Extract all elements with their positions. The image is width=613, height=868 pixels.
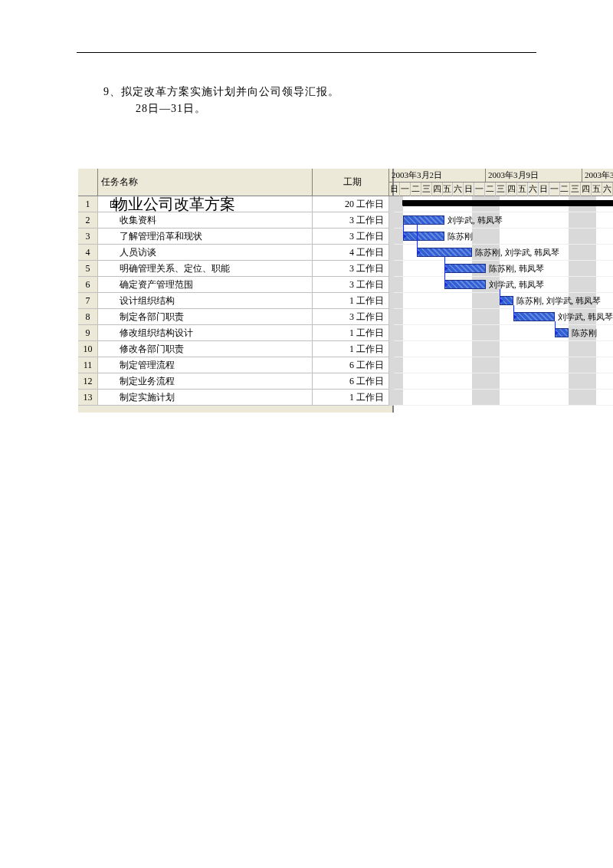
day-header[interactable]: 三 <box>496 182 506 196</box>
timeline-row[interactable]: 刘学武, 韩凤琴 <box>394 309 613 325</box>
task-name-cell[interactable]: 了解管理沿革和现状 <box>98 229 313 244</box>
day-header[interactable]: 二 <box>485 182 496 196</box>
day-header[interactable]: 日 <box>464 182 474 196</box>
timeline-row[interactable] <box>394 390 613 406</box>
duration-cell[interactable]: 4 工作日 <box>313 245 389 260</box>
duration-cell[interactable]: 3 工作日 <box>313 229 389 244</box>
timeline-row[interactable]: 陈苏刚, 刘学武, 韩凤琴 <box>394 245 613 261</box>
header-task-name[interactable]: 任务名称 <box>98 169 313 196</box>
task-name-cell[interactable]: 确定资产管理范围 <box>98 277 313 292</box>
task-bar[interactable] <box>403 232 444 241</box>
row-index[interactable]: 7 <box>78 293 98 308</box>
week-header[interactable]: 2003年3月2日 <box>389 169 486 182</box>
timeline-row[interactable] <box>394 373 613 390</box>
day-header[interactable]: 六 <box>528 182 539 196</box>
day-header[interactable]: 六 <box>453 182 464 196</box>
task-name-cell[interactable]: 制定实施计划 <box>98 390 313 405</box>
table-row[interactable]: 12制定业务流程6 工作日 <box>78 373 392 390</box>
task-name-cell[interactable]: 设计组织结构 <box>98 293 313 308</box>
task-bar[interactable] <box>444 264 486 273</box>
task-name-cell[interactable]: 物业公司改革方案 <box>98 196 313 212</box>
day-header[interactable]: 二 <box>560 182 571 196</box>
row-index[interactable]: 12 <box>78 373 98 389</box>
task-name-cell[interactable]: 收集资料 <box>98 212 313 228</box>
task-bar[interactable] <box>444 280 486 289</box>
day-header[interactable]: 三 <box>570 182 581 196</box>
table-row[interactable]: 13制定实施计划1 工作日 <box>78 390 392 406</box>
header-index[interactable] <box>78 169 98 196</box>
table-row[interactable]: 5明确管理关系、定位、职能3 工作日 <box>78 261 392 277</box>
timeline-row[interactable] <box>394 341 613 357</box>
row-index[interactable]: 5 <box>78 261 98 276</box>
day-header[interactable]: 四 <box>506 182 517 196</box>
day-header[interactable]: 六 <box>602 182 613 196</box>
day-header[interactable]: 五 <box>592 182 602 196</box>
task-name-cell[interactable]: 修改各部门职责 <box>98 341 313 357</box>
task-bar[interactable] <box>417 248 472 257</box>
duration-cell[interactable]: 1 工作日 <box>313 293 389 308</box>
task-name-cell[interactable]: 制定业务流程 <box>98 373 313 389</box>
table-row[interactable]: 8制定各部门职责3 工作日 <box>78 309 392 325</box>
week-header[interactable]: 2003年3月9日 <box>486 169 582 182</box>
timeline-row[interactable]: 刘学武, 韩凤琴 <box>394 212 613 229</box>
day-header[interactable]: 日 <box>539 182 549 196</box>
duration-cell[interactable]: 3 工作日 <box>313 212 389 228</box>
timeline-row[interactable]: 陈苏刚, 刘学武, 韩凤琴 <box>394 293 613 309</box>
task-bar[interactable] <box>403 215 444 225</box>
row-index[interactable]: 6 <box>78 277 98 292</box>
task-name-cell[interactable]: 人员访谈 <box>98 245 313 260</box>
task-bar[interactable] <box>513 312 555 321</box>
task-name-cell[interactable]: 明确管理关系、定位、职能 <box>98 261 313 276</box>
table-row[interactable]: 7设计组织结构1 工作日 <box>78 293 392 309</box>
row-index[interactable]: 9 <box>78 325 98 340</box>
row-index[interactable]: 13 <box>78 390 98 405</box>
day-header[interactable]: 日 <box>389 182 400 196</box>
day-header[interactable]: 四 <box>432 182 443 196</box>
duration-cell[interactable]: 1 工作日 <box>313 325 389 340</box>
timeline-body[interactable]: 刘学武, 韩凤琴陈苏刚陈苏刚, 刘学武, 韩凤琴陈苏刚, 韩凤琴刘学武, 韩凤琴… <box>394 196 613 406</box>
day-header[interactable]: 五 <box>443 182 454 196</box>
timeline-row[interactable]: 刘学武, 韩凤琴 <box>394 277 613 293</box>
task-name-cell[interactable]: 制定各部门职责 <box>98 309 313 324</box>
header-duration[interactable]: 工期 <box>313 169 389 196</box>
day-header[interactable]: 一 <box>549 182 560 196</box>
duration-cell[interactable]: 6 工作日 <box>313 373 389 389</box>
duration-cell[interactable]: 3 工作日 <box>313 261 389 276</box>
timeline-row[interactable]: 陈苏刚 <box>394 325 613 341</box>
table-row[interactable]: 3了解管理沿革和现状3 工作日 <box>78 229 392 245</box>
table-row[interactable]: 1物业公司改革方案20 工作日 <box>78 196 392 212</box>
week-header[interactable]: 2003年3月1 <box>582 169 613 182</box>
row-index[interactable]: 10 <box>78 341 98 357</box>
duration-cell[interactable]: 1 工作日 <box>313 341 389 357</box>
row-index[interactable]: 1 <box>78 196 98 212</box>
row-index[interactable]: 2 <box>78 212 98 228</box>
row-index[interactable]: 8 <box>78 309 98 324</box>
duration-cell[interactable]: 3 工作日 <box>313 277 389 292</box>
table-row[interactable]: 2收集资料3 工作日 <box>78 212 392 229</box>
timeline-row[interactable]: 陈苏刚, 韩凤琴 <box>394 261 613 277</box>
day-header[interactable]: 五 <box>517 182 528 196</box>
day-header[interactable]: 三 <box>421 182 432 196</box>
table-row[interactable]: 10修改各部门职责1 工作日 <box>78 341 392 357</box>
day-header[interactable]: 一 <box>474 182 485 196</box>
table-row[interactable]: 4人员访谈4 工作日 <box>78 245 392 261</box>
task-name-cell[interactable]: 制定管理流程 <box>98 357 313 373</box>
row-index[interactable]: 3 <box>78 229 98 244</box>
timeline-row[interactable]: 陈苏刚 <box>394 229 613 245</box>
task-name-cell[interactable]: 修改组织结构设计 <box>98 325 313 340</box>
outline-collapse-icon[interactable] <box>110 201 117 208</box>
row-index[interactable]: 4 <box>78 245 98 260</box>
row-index[interactable]: 11 <box>78 357 98 373</box>
day-header[interactable]: 一 <box>400 182 411 196</box>
duration-cell[interactable]: 6 工作日 <box>313 357 389 373</box>
timeline-row[interactable] <box>394 357 613 373</box>
timeline-pane[interactable]: 2003年3月2日2003年3月9日2003年3月1 日一二三四五六日一二三四五… <box>392 169 613 413</box>
duration-cell[interactable]: 20 工作日 <box>313 196 389 212</box>
duration-cell[interactable]: 3 工作日 <box>313 309 389 324</box>
summary-bar[interactable] <box>403 200 613 206</box>
day-header[interactable]: 四 <box>581 182 592 196</box>
day-header[interactable]: 二 <box>411 182 421 196</box>
timeline-row[interactable] <box>394 196 613 212</box>
table-row[interactable]: 11制定管理流程6 工作日 <box>78 357 392 373</box>
table-row[interactable]: 6确定资产管理范围3 工作日 <box>78 277 392 293</box>
